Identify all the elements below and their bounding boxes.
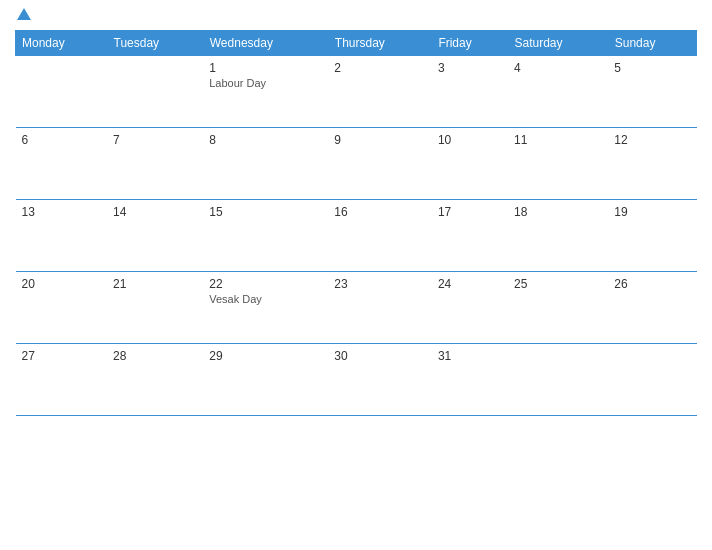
day-number: 16	[334, 205, 426, 219]
logo	[15, 10, 31, 22]
day-number: 6	[22, 133, 102, 147]
calendar-week-row: 202122Vesak Day23242526	[16, 272, 697, 344]
day-number: 7	[113, 133, 197, 147]
day-number: 29	[209, 349, 322, 363]
calendar-week-row: 1Labour Day2345	[16, 56, 697, 128]
day-number: 10	[438, 133, 502, 147]
day-number: 18	[514, 205, 602, 219]
calendar-day-cell: 11	[508, 128, 608, 200]
calendar-day-cell	[608, 344, 696, 416]
col-header-sunday: Sunday	[608, 31, 696, 56]
calendar-day-cell: 10	[432, 128, 508, 200]
calendar-day-cell: 31	[432, 344, 508, 416]
col-header-tuesday: Tuesday	[107, 31, 203, 56]
calendar-day-cell: 30	[328, 344, 432, 416]
day-number: 21	[113, 277, 197, 291]
holiday-label: Vesak Day	[209, 293, 322, 305]
calendar-day-cell: 6	[16, 128, 108, 200]
day-number: 13	[22, 205, 102, 219]
calendar-day-cell: 29	[203, 344, 328, 416]
day-number: 23	[334, 277, 426, 291]
calendar-day-cell: 7	[107, 128, 203, 200]
calendar-day-cell: 22Vesak Day	[203, 272, 328, 344]
calendar-day-cell: 15	[203, 200, 328, 272]
day-number: 30	[334, 349, 426, 363]
day-number: 8	[209, 133, 322, 147]
calendar-day-cell: 24	[432, 272, 508, 344]
day-number: 15	[209, 205, 322, 219]
calendar-week-row: 2728293031	[16, 344, 697, 416]
calendar-day-cell: 17	[432, 200, 508, 272]
logo-triangle-icon	[17, 8, 31, 20]
calendar-day-cell: 19	[608, 200, 696, 272]
calendar-day-cell	[107, 56, 203, 128]
day-number: 28	[113, 349, 197, 363]
calendar-day-cell: 27	[16, 344, 108, 416]
calendar-day-cell: 4	[508, 56, 608, 128]
day-number: 9	[334, 133, 426, 147]
col-header-monday: Monday	[16, 31, 108, 56]
col-header-saturday: Saturday	[508, 31, 608, 56]
day-number: 14	[113, 205, 197, 219]
page: MondayTuesdayWednesdayThursdayFridaySatu…	[0, 0, 712, 550]
calendar-header-row: MondayTuesdayWednesdayThursdayFridaySatu…	[16, 31, 697, 56]
calendar-day-cell: 14	[107, 200, 203, 272]
calendar-day-cell: 20	[16, 272, 108, 344]
day-number: 11	[514, 133, 602, 147]
calendar-day-cell: 28	[107, 344, 203, 416]
calendar-day-cell: 8	[203, 128, 328, 200]
day-number: 20	[22, 277, 102, 291]
day-number: 24	[438, 277, 502, 291]
calendar-table: MondayTuesdayWednesdayThursdayFridaySatu…	[15, 30, 697, 416]
calendar-day-cell: 9	[328, 128, 432, 200]
day-number: 5	[614, 61, 690, 75]
calendar-week-row: 13141516171819	[16, 200, 697, 272]
calendar-day-cell: 13	[16, 200, 108, 272]
calendar-day-cell	[16, 56, 108, 128]
day-number: 2	[334, 61, 426, 75]
col-header-wednesday: Wednesday	[203, 31, 328, 56]
calendar-week-row: 6789101112	[16, 128, 697, 200]
header	[15, 10, 697, 22]
day-number: 25	[514, 277, 602, 291]
col-header-friday: Friday	[432, 31, 508, 56]
calendar-day-cell: 5	[608, 56, 696, 128]
day-number: 19	[614, 205, 690, 219]
day-number: 1	[209, 61, 322, 75]
day-number: 12	[614, 133, 690, 147]
calendar-day-cell: 25	[508, 272, 608, 344]
day-number: 3	[438, 61, 502, 75]
calendar-day-cell: 23	[328, 272, 432, 344]
day-number: 27	[22, 349, 102, 363]
calendar-day-cell: 18	[508, 200, 608, 272]
day-number: 31	[438, 349, 502, 363]
day-number: 4	[514, 61, 602, 75]
day-number: 17	[438, 205, 502, 219]
calendar-day-cell: 26	[608, 272, 696, 344]
col-header-thursday: Thursday	[328, 31, 432, 56]
calendar-day-cell: 21	[107, 272, 203, 344]
calendar-day-cell: 2	[328, 56, 432, 128]
holiday-label: Labour Day	[209, 77, 322, 89]
calendar-day-cell: 1Labour Day	[203, 56, 328, 128]
calendar-day-cell: 16	[328, 200, 432, 272]
calendar-day-cell: 12	[608, 128, 696, 200]
day-number: 22	[209, 277, 322, 291]
calendar-day-cell	[508, 344, 608, 416]
day-number: 26	[614, 277, 690, 291]
calendar-day-cell: 3	[432, 56, 508, 128]
